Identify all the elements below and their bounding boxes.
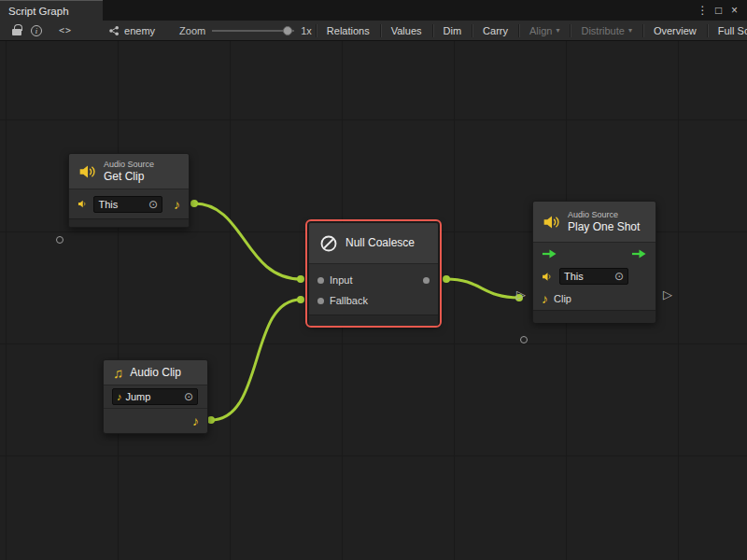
button-label: Carry xyxy=(483,25,508,36)
field-value: This xyxy=(564,271,584,282)
distribute-button[interactable]: Distribute ▾ xyxy=(574,21,638,41)
node-category: Audio Source xyxy=(104,160,154,170)
node-footer xyxy=(69,218,189,227)
button-label: Overview xyxy=(654,25,697,36)
target-input-port[interactable] xyxy=(520,336,528,343)
zoom-slider[interactable] xyxy=(212,24,294,37)
node-port-row: Fallback xyxy=(309,290,438,311)
port-label: Fallback xyxy=(330,295,368,306)
node-port-row: This ⊙ ♪ xyxy=(69,189,189,218)
graph-name: enemy xyxy=(124,25,155,36)
wire-getclip-to-input xyxy=(194,203,301,279)
port-label: Input xyxy=(330,274,352,286)
node-footer xyxy=(533,310,655,323)
full-screen-button[interactable]: Full Screen xyxy=(712,21,747,41)
node-get-clip[interactable]: Audio Source Get Clip This ⊙ ♪ xyxy=(68,153,190,228)
window-menu-icon[interactable]: ⋮ xyxy=(695,1,711,20)
clip-input-icon[interactable]: ♪ xyxy=(542,292,548,305)
field-value: Jump xyxy=(126,391,151,402)
node-category: Audio Source xyxy=(568,210,640,220)
control-flow-row: ▷ ▷ xyxy=(533,243,655,265)
node-header: Null Coalesce xyxy=(309,223,438,264)
node-header: Audio Source Play One Shot xyxy=(533,202,655,243)
window-close-icon[interactable]: × xyxy=(726,1,742,20)
align-button[interactable]: Align ▾ xyxy=(523,21,566,41)
target-input-port[interactable] xyxy=(56,236,63,244)
window-controls: ⋮ □ × xyxy=(695,0,747,21)
button-label: Dim xyxy=(444,25,462,36)
overview-button[interactable]: Overview xyxy=(647,21,703,41)
audio-clip-icon: ♫ xyxy=(113,366,123,380)
result-output-port[interactable] xyxy=(423,277,430,284)
audio-clip-dropdown[interactable]: ♪ Jump ⊙ xyxy=(112,388,198,405)
flow-in-arrow-icon[interactable] xyxy=(542,248,557,259)
dropdown-caret-icon: ▾ xyxy=(628,26,632,35)
button-label: Relations xyxy=(327,25,370,36)
node-port-row: ♪ Clip xyxy=(533,287,655,310)
values-button[interactable]: Values xyxy=(385,21,429,41)
node-title: Null Coalesce xyxy=(345,236,415,249)
flow-input-triangle[interactable]: ▷ xyxy=(516,288,526,301)
node-play-one-shot[interactable]: Audio Source Play One Shot ▷ ▷ xyxy=(532,201,656,322)
node-audio-clip[interactable]: ♫ Audio Clip ♪ Jump ⊙ ♪ xyxy=(103,359,208,434)
info-icon: i xyxy=(31,25,42,36)
object-picker-icon[interactable]: ⊙ xyxy=(184,391,193,402)
node-footer xyxy=(309,315,438,326)
note-icon: ♪ xyxy=(117,392,122,402)
button-label: Align xyxy=(529,25,552,36)
object-picker-icon[interactable]: ⊙ xyxy=(148,199,158,210)
graph-asset-icon xyxy=(108,25,120,36)
zoom-control: Zoom 1x xyxy=(179,24,312,37)
flow-out-arrow-icon[interactable] xyxy=(631,248,647,259)
graph-canvas[interactable]: Audio Source Get Clip This ⊙ ♪ xyxy=(0,41,747,560)
node-title: Get Clip xyxy=(104,170,154,183)
toolbar-separator xyxy=(642,24,643,37)
button-label: Distribute xyxy=(581,25,624,36)
node-header: Audio Source Get Clip xyxy=(69,154,189,189)
tab-title: Script Graph xyxy=(8,6,69,17)
toolbar-separator xyxy=(432,24,433,37)
zoom-value: 1x xyxy=(301,25,312,36)
audio-source-icon xyxy=(542,271,554,283)
node-port-row: ♪ xyxy=(104,408,207,433)
this-dropdown[interactable]: This ⊙ xyxy=(93,196,162,213)
flow-output-triangle[interactable]: ▷ xyxy=(663,288,672,301)
zoom-slider-handle[interactable] xyxy=(283,26,292,35)
code-icon: <> xyxy=(59,25,72,35)
port-label: Clip xyxy=(554,293,571,304)
dim-button[interactable]: Dim xyxy=(437,21,469,41)
inspect-button[interactable]: i xyxy=(26,21,47,40)
input-port[interactable] xyxy=(317,277,324,284)
toolbar-separator xyxy=(472,24,472,37)
audio-clip-output-icon[interactable]: ♪ xyxy=(192,414,199,427)
audio-source-icon xyxy=(543,213,561,231)
button-label: Full Screen xyxy=(718,25,747,36)
graph-asset-reference[interactable]: enemy xyxy=(108,25,155,36)
tab-script-graph[interactable]: Script Graph xyxy=(0,0,103,21)
toolbar-separator xyxy=(518,24,519,37)
node-null-coalesce[interactable]: Null Coalesce Input Fallback xyxy=(308,222,439,325)
fallback-port[interactable] xyxy=(317,298,324,304)
field-value: This xyxy=(98,199,118,210)
node-port-row: This ⊙ xyxy=(533,265,655,287)
lock-button[interactable] xyxy=(7,21,26,40)
this-dropdown[interactable]: This ⊙ xyxy=(559,268,628,285)
zoom-slider-track xyxy=(212,30,294,32)
window-tabbar: Script Graph ⋮ □ × xyxy=(0,0,747,21)
button-label: Values xyxy=(391,25,422,36)
toolbar-buttons: Relations Values Dim Carry Align ▾ Distr… xyxy=(312,21,747,41)
audio-source-icon xyxy=(78,162,97,181)
window-maximize-icon[interactable]: □ xyxy=(711,1,726,20)
audio-clip-output-icon[interactable]: ♪ xyxy=(174,198,180,211)
toolbar-separator xyxy=(570,24,571,37)
audio-source-icon xyxy=(78,198,88,210)
node-title: Audio Clip xyxy=(130,366,181,379)
null-coalesce-icon xyxy=(318,233,339,254)
node-title: Play One Shot xyxy=(568,220,640,233)
relations-button[interactable]: Relations xyxy=(320,21,376,41)
carry-button[interactable]: Carry xyxy=(476,21,514,41)
graph-toolbar: i <> enemy Zoom 1x Relations xyxy=(0,21,747,41)
object-picker-icon[interactable]: ⊙ xyxy=(614,271,624,282)
code-view-button[interactable]: <> xyxy=(54,21,77,40)
toolbar-separator xyxy=(380,24,381,37)
